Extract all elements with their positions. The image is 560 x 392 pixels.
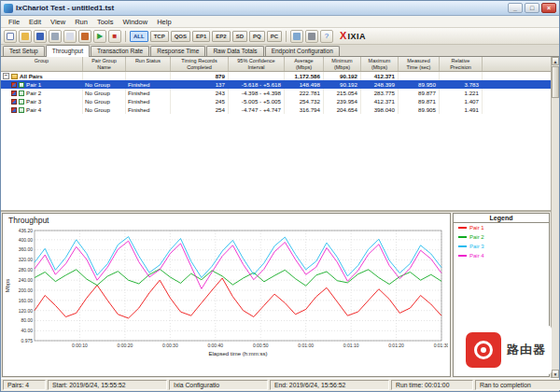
- router-site-logo-icon: [466, 332, 501, 368]
- pair-icon: [11, 82, 17, 88]
- group-label: All Pairs: [20, 72, 43, 80]
- print-icon[interactable]: [49, 30, 62, 43]
- toggle-ep1[interactable]: EP1: [192, 31, 210, 42]
- pair-label: Pair 4: [26, 105, 41, 114]
- scroll-down-arrow[interactable]: ▼: [552, 370, 559, 378]
- legend-item[interactable]: Pair 3: [454, 242, 549, 251]
- menu-view[interactable]: View: [46, 17, 70, 27]
- time-cell: 89.905: [399, 105, 440, 114]
- tab-raw-data-totals[interactable]: Raw Data Totals: [206, 46, 263, 56]
- column-header[interactable]: 95% Confidence Interval: [229, 57, 285, 71]
- help-icon[interactable]: ?: [320, 30, 333, 43]
- toggle-tcp[interactable]: TCP: [150, 31, 169, 42]
- legend-item[interactable]: Pair 1: [454, 223, 549, 232]
- app-window: IxChariot Test - untitled1.tst _ □ × Fil…: [0, 0, 560, 392]
- menu-help[interactable]: Help: [152, 17, 175, 27]
- pair-label: Pair 3: [26, 97, 41, 105]
- average-cell: 222.781: [285, 89, 324, 97]
- table-body: −All Pairs8791,172.58690.192412.371Pair …: [1, 72, 559, 114]
- legend-item[interactable]: Pair 4: [454, 251, 549, 260]
- new-document-icon[interactable]: [4, 30, 17, 43]
- y-tick-label: 80.00: [21, 317, 33, 323]
- endpoint-icon: [19, 91, 24, 96]
- tab-throughput[interactable]: Throughput: [46, 45, 90, 57]
- legend-swatch: [458, 236, 467, 238]
- menu-tools[interactable]: Tools: [92, 17, 119, 27]
- tab-test-setup[interactable]: Test Setup: [3, 46, 45, 56]
- stop-test-icon[interactable]: ■: [108, 30, 121, 43]
- column-header[interactable]: Minimum (Mbps): [324, 57, 361, 71]
- x-tick-label: 0:00:10: [72, 343, 88, 348]
- confidence-cell: [229, 72, 285, 80]
- legend-swatch: [458, 227, 467, 229]
- column-header[interactable]: Average (Mbps): [285, 57, 324, 71]
- close-button[interactable]: ×: [541, 3, 556, 13]
- toggle-qos[interactable]: QOS: [171, 31, 190, 42]
- column-header[interactable]: Timing Records Completed: [171, 57, 229, 71]
- pair-label: Pair 2: [26, 89, 41, 97]
- column-header[interactable]: Relative Precision: [440, 57, 483, 71]
- maximum-cell: 412.371: [361, 72, 399, 80]
- records-cell: 243: [171, 89, 229, 97]
- scroll-up-arrow[interactable]: ▲: [552, 57, 559, 65]
- average-cell: 148.498: [285, 80, 324, 89]
- column-header[interactable]: Group: [1, 57, 83, 71]
- y-axis-label: Mbps: [5, 279, 10, 293]
- pair-row[interactable]: Pair 3No GroupFinished245-5.005 - +5.005…: [1, 97, 559, 105]
- tab-transaction-rate[interactable]: Transaction Rate: [91, 46, 149, 56]
- menu-edit[interactable]: Edit: [24, 17, 46, 27]
- scroll-track[interactable]: [552, 98, 559, 370]
- zoom-icon[interactable]: [290, 30, 303, 43]
- toggle-pc[interactable]: PC: [267, 31, 282, 42]
- save-icon[interactable]: [34, 30, 47, 43]
- minimize-button[interactable]: _: [508, 3, 523, 13]
- minimum-cell: 90.192: [324, 80, 361, 89]
- status-run-time: Run time: 00:01:00: [391, 380, 473, 390]
- column-header[interactable]: Measured Time (sec): [399, 57, 440, 71]
- confidence-cell: -5.618 - +5.618: [229, 80, 285, 89]
- copy-icon[interactable]: [63, 30, 77, 43]
- window-controls: _ □ ×: [508, 3, 556, 13]
- menu-run[interactable]: Run: [70, 17, 92, 27]
- collapse-expander-icon[interactable]: −: [3, 73, 9, 79]
- all-pairs-row[interactable]: −All Pairs8791,172.58690.192412.371: [1, 72, 559, 80]
- legend-label: Pair 3: [469, 243, 484, 250]
- menu-file[interactable]: File: [4, 17, 24, 27]
- tab-endpoint-configuration[interactable]: Endpoint Configuration: [265, 46, 340, 56]
- pair-row[interactable]: Pair 1No GroupFinished137-5.618 - +5.618…: [1, 80, 559, 89]
- add-pair-icon[interactable]: [78, 30, 91, 43]
- maximize-button[interactable]: □: [525, 3, 539, 13]
- endpoint-icon: [19, 107, 24, 113]
- toggle-all[interactable]: ALL: [130, 31, 148, 42]
- tab-response-time[interactable]: Response Time: [150, 46, 205, 56]
- open-folder-icon[interactable]: [19, 30, 32, 43]
- status-end-time: End: 2019/6/24, 15:56:52: [270, 380, 389, 390]
- precision-cell: [440, 72, 483, 80]
- group-cell: Pair 3: [1, 97, 83, 105]
- chart-options-icon[interactable]: [305, 30, 318, 43]
- watermark: 路由器: [460, 326, 552, 374]
- run-test-icon[interactable]: ▶: [93, 30, 106, 43]
- pair-row[interactable]: Pair 2No GroupFinished243-4.398 - +4.398…: [1, 89, 559, 97]
- maximum-cell: 248.399: [361, 80, 399, 89]
- scroll-thumb[interactable]: [552, 66, 559, 98]
- toggle-pq[interactable]: PQ: [249, 31, 265, 42]
- confidence-cell: -4.747 - +4.747: [229, 105, 285, 114]
- toggle-sd[interactable]: SD: [232, 31, 247, 42]
- column-header[interactable]: Maximum (Mbps): [361, 57, 399, 71]
- column-header[interactable]: Run Status: [126, 57, 171, 71]
- endpoint-icon: [19, 99, 24, 105]
- menu-window[interactable]: Window: [118, 17, 152, 27]
- titlebar: IxChariot Test - untitled1.tst _ □ ×: [1, 1, 559, 16]
- toolbar: ▶■ALLTCPQOSEP1EP2SDPQPC?XIXIA: [1, 28, 559, 45]
- run-status-cell: Finished: [126, 80, 171, 89]
- run-status-cell: Finished: [126, 89, 171, 97]
- toggle-ep2[interactable]: EP2: [212, 31, 230, 42]
- chart-title: Throughput: [3, 214, 450, 225]
- vertical-scrollbar[interactable]: ▲ ▼: [551, 57, 559, 378]
- column-header[interactable]: Pair Group Name: [83, 57, 126, 71]
- pair-row[interactable]: Pair 4No GroupFinished254-4.747 - +4.747…: [1, 105, 559, 114]
- status-config: Ixia Configuratio: [169, 380, 268, 390]
- legend-label: Pair 4: [469, 252, 484, 259]
- legend-item[interactable]: Pair 2: [454, 232, 549, 242]
